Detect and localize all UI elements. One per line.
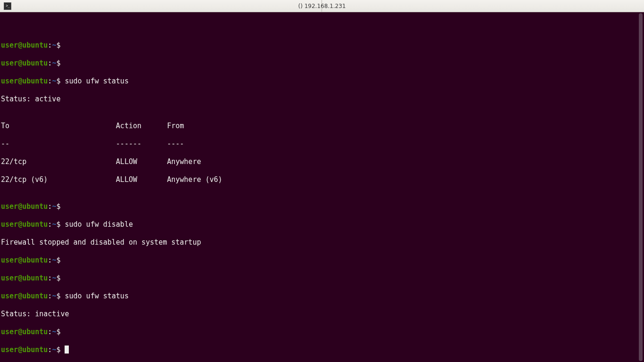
output-line: Status: active (1, 95, 636, 104)
prompt-host: ubuntu (22, 220, 48, 229)
output-line: To Action From (1, 122, 636, 131)
prompt-line: user@ubuntu:~$ (1, 274, 636, 283)
command-text: sudo ufw status (60, 77, 129, 85)
prompt-user: user (1, 202, 18, 211)
scrollbar-thumb[interactable] (639, 13, 643, 361)
prompt-at: @ (18, 202, 22, 211)
output-line: 22/tcp ALLOW Anywhere (1, 157, 636, 166)
prompt-line: user@ubuntu:~$ sudo ufw status (1, 77, 636, 86)
prompt-at: @ (18, 41, 22, 49)
prompt-line: user@ubuntu:~$ (1, 328, 636, 337)
prompt-user: user (1, 256, 18, 264)
prompt-at: @ (18, 256, 22, 264)
cursor-icon (65, 346, 69, 354)
prompt-host: ubuntu (22, 59, 48, 67)
prompt-dollar: $ (56, 328, 60, 336)
prompt-user: user (1, 274, 18, 282)
scrollbar-vertical[interactable] (637, 12, 644, 362)
output-line: Firewall stopped and disabled on system … (1, 238, 636, 247)
prompt-at: @ (18, 292, 22, 300)
output-line: -- ------ ---- (1, 140, 636, 148)
prompt-at: @ (18, 59, 22, 67)
prompt-host: ubuntu (22, 346, 48, 354)
prompt-line: user@ubuntu:~$ (1, 256, 636, 265)
prompt-host: ubuntu (22, 274, 48, 282)
prompt-user: user (1, 292, 18, 300)
prompt-at: @ (18, 77, 22, 85)
prompt-host: ubuntu (22, 328, 48, 336)
prompt-dollar: $ (56, 59, 60, 67)
prompt-line: user@ubuntu:~$ sudo ufw status (1, 292, 636, 301)
prompt-host: ubuntu (22, 256, 48, 264)
window-titlebar[interactable]: () 192.168.1.231 (0, 0, 644, 12)
prompt-user: user (1, 59, 18, 67)
prompt-line: user@ubuntu:~$ (1, 59, 636, 68)
command-text: sudo ufw status (60, 292, 129, 300)
prompt-at: @ (18, 220, 22, 229)
prompt-dollar: $ (56, 274, 60, 282)
prompt-user: user (1, 220, 18, 229)
prompt-at: @ (18, 346, 22, 354)
prompt-line: user@ubuntu:~$ (1, 202, 636, 211)
prompt-dollar: $ (56, 202, 60, 211)
prompt-host: ubuntu (22, 77, 48, 85)
command-text (60, 346, 65, 354)
prompt-line: user@ubuntu:~$ sudo ufw disable (1, 220, 636, 229)
output-line: Status: inactive (1, 310, 636, 319)
titlebar-active-tab (0, 0, 322, 12)
command-text: sudo ufw disable (60, 220, 133, 229)
terminal-area[interactable]: user@ubuntu:~$ user@ubuntu:~$ user@ubunt… (0, 12, 644, 362)
prompt-host: ubuntu (22, 292, 48, 300)
prompt-host: ubuntu (22, 202, 48, 211)
prompt-user: user (1, 41, 18, 49)
output-line: 22/tcp (v6) ALLOW Anywhere (v6) (1, 175, 636, 184)
prompt-line-active[interactable]: user@ubuntu:~$ (1, 346, 636, 354)
prompt-line: user@ubuntu:~$ (1, 41, 636, 50)
prompt-user: user (1, 328, 18, 336)
prompt-dollar: $ (56, 256, 60, 264)
terminal-icon (4, 2, 11, 10)
prompt-user: user (1, 77, 18, 85)
prompt-host: ubuntu (22, 41, 48, 49)
prompt-dollar: $ (56, 41, 60, 49)
prompt-at: @ (18, 328, 22, 336)
prompt-user: user (1, 346, 18, 354)
prompt-at: @ (18, 274, 22, 282)
terminal-content[interactable]: user@ubuntu:~$ user@ubuntu:~$ user@ubunt… (1, 32, 636, 362)
window-title: () 192.168.1.231 (298, 3, 346, 9)
